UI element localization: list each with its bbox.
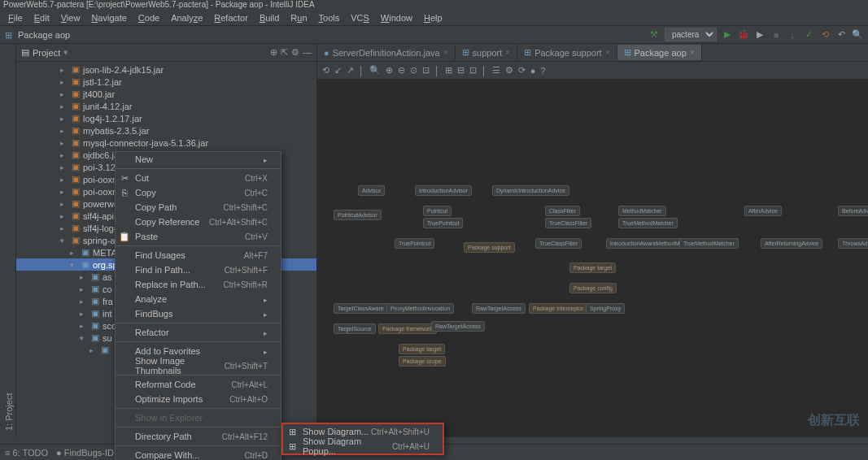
diagram-node[interactable]: TargetSource — [334, 323, 376, 334]
menu-item-copy-path[interactable]: Copy PathCtrl+Shift+C — [116, 200, 281, 215]
diagrams-submenu[interactable]: ⊞Show Diagram...Ctrl+Alt+Shift+U⊞Show Di… — [281, 423, 444, 455]
menu-item-refactor[interactable]: Refactor▸ — [116, 325, 281, 340]
diagram-node[interactable]: Package support — [464, 242, 515, 253]
toolbar-icon[interactable]: ⟳ — [518, 65, 526, 76]
toolbar-icon[interactable]: ⊟ — [457, 65, 465, 76]
diagram-node[interactable]: RawTargetAccess — [472, 303, 526, 314]
menu-build[interactable]: Build — [255, 11, 284, 24]
toolbar-icon[interactable]: ? — [540, 66, 545, 76]
menu-refactor[interactable]: Refactor — [209, 11, 253, 24]
menu-edit[interactable]: Edit — [29, 11, 55, 24]
diagram-node[interactable]: MethodMatcher — [618, 206, 666, 216]
menu-item-paste[interactable]: 📋PasteCtrl+V — [116, 229, 281, 244]
tree-item[interactable]: ▸jstl-1.2.jar — [16, 76, 316, 88]
menu-view[interactable]: View — [56, 11, 85, 24]
menu-item-new[interactable]: New▸ — [116, 152, 281, 167]
menu-navigate[interactable]: Navigate — [86, 11, 131, 24]
toolbar-icon[interactable]: ⊕ — [386, 65, 393, 76]
run-button[interactable]: ▶ — [722, 29, 733, 41]
hammer-icon[interactable]: ⚒ — [648, 29, 660, 41]
status-findbugs[interactable]: ● FindBugs-ID — [56, 448, 114, 458]
search-icon[interactable]: 🔍 — [852, 29, 863, 41]
menu-item-analyze[interactable]: Analyze▸ — [116, 292, 281, 306]
toolbar-icon[interactable]: ⊡ — [469, 65, 477, 76]
status-todo[interactable]: ≡ 6: TODO — [5, 448, 48, 458]
menu-item-reformat-code[interactable]: Reformat CodeCtrl+Alt+L — [116, 377, 281, 392]
diagram-node[interactable]: Package target — [569, 263, 616, 273]
settings-icon[interactable]: ⚙ — [291, 47, 299, 58]
toolbar-icon[interactable]: ☰ — [492, 65, 500, 76]
vcs-history-icon[interactable]: ⟲ — [819, 29, 831, 41]
toolbar-icon[interactable]: ⊡ — [422, 65, 430, 76]
diagram-node[interactable]: DynamicIntroductionAdvice — [492, 185, 569, 196]
close-icon[interactable]: × — [443, 48, 448, 57]
toolbar-icon[interactable]: 🔍 — [369, 65, 381, 76]
editor-tab[interactable]: ⊞support× — [456, 45, 518, 60]
tree-item[interactable]: ▸log4j-1.2.17.jar — [16, 112, 316, 124]
vcs-commit-icon[interactable]: ✓ — [803, 29, 814, 41]
editor-tab[interactable]: ⊞Package support× — [517, 45, 617, 60]
toolbar-icon[interactable]: ● — [530, 66, 536, 76]
close-icon[interactable]: × — [605, 48, 610, 57]
toolbar-icon[interactable]: ⊖ — [398, 65, 405, 76]
menu-vcs[interactable]: VCS — [346, 11, 374, 24]
menu-item-copy[interactable]: ⎘CopyCtrl+C — [116, 185, 281, 200]
diagram-node[interactable]: TargetClassAware — [334, 303, 388, 314]
diagram-node[interactable]: TruePointcut — [395, 238, 434, 249]
vcs-update-icon[interactable]: ↓ — [787, 29, 798, 41]
menu-tools[interactable]: Tools — [314, 11, 345, 24]
toolbar-icon[interactable]: │ — [482, 66, 487, 76]
tree-item[interactable]: ▸json-lib-2.4-jdk15.jar — [16, 63, 316, 76]
menu-item-replace-in-path-[interactable]: Replace in Path...Ctrl+Shift+R — [116, 277, 281, 292]
context-menu[interactable]: New▸✂CutCtrl+X⎘CopyCtrl+CCopy PathCtrl+S… — [115, 151, 281, 460]
menu-item-compare-with-[interactable]: Compare With...Ctrl+D — [116, 448, 281, 460]
toolbar-icon[interactable]: ↗ — [347, 65, 354, 76]
menu-item-find-in-path-[interactable]: Find in Path...Ctrl+Shift+F — [116, 263, 281, 277]
menu-help[interactable]: Help — [419, 11, 447, 24]
locate-icon[interactable]: ⊕ — [270, 47, 277, 58]
diagram-node[interactable]: BeforeAdvice — [838, 206, 868, 216]
submenu-item[interactable]: ⊞Show Diagram Popup...Ctrl+Alt+U — [283, 439, 443, 453]
menu-code[interactable]: Code — [133, 11, 164, 24]
diagram-canvas[interactable]: Advisor IntroductionAdvisor DynamicIntro… — [317, 80, 868, 437]
diagram-node[interactable]: PointcutAdvisor — [334, 210, 382, 220]
diagram-node[interactable]: TrueMethodMatcher — [618, 218, 678, 228]
menu-item-findbugs[interactable]: FindBugs▸ — [116, 306, 281, 321]
diagram-node[interactable]: TruePointcut — [423, 218, 463, 228]
diagram-node[interactable]: Package interceptor — [529, 303, 587, 314]
toolbar-icon[interactable]: ⊞ — [445, 65, 452, 76]
coverage-button[interactable]: ▶ — [754, 29, 765, 41]
diagram-node[interactable]: AfterReturningAdvice — [761, 238, 822, 249]
debug-button[interactable]: 🐞 — [738, 29, 749, 41]
toolbar-icon[interactable]: ⊙ — [410, 65, 417, 76]
diagram-node[interactable]: Pointcut — [423, 206, 451, 216]
diagram-node[interactable]: ThrowsAdvice — [838, 238, 868, 249]
menu-analyze[interactable]: Analyze — [166, 11, 207, 24]
diagram-node[interactable]: ProxyMethodInvocation — [386, 303, 454, 314]
close-icon[interactable]: × — [505, 48, 510, 57]
diagram-node[interactable]: RawTargetAccess — [431, 321, 485, 332]
diagram-node[interactable]: Package target — [399, 344, 445, 354]
diagram-node[interactable]: SpringProxy — [586, 303, 625, 314]
toolbar-icon[interactable]: ⚙ — [505, 65, 513, 76]
editor-tab[interactable]: ⊞Package aop× — [617, 45, 702, 60]
menu-item-directory-path[interactable]: Directory PathCtrl+Alt+F12 — [116, 429, 281, 444]
toolbar-icon[interactable]: ⟲ — [322, 65, 329, 76]
tree-item[interactable]: ▸mysql-connector-java-5.1.36.jar — [16, 137, 316, 149]
menu-run[interactable]: Run — [286, 11, 312, 24]
diagram-node[interactable]: Advisor — [358, 185, 385, 196]
diagram-node[interactable]: TrueMethodMatcher — [679, 238, 739, 249]
diagram-node[interactable]: TrueClassFilter — [545, 218, 591, 228]
diagram-node[interactable]: AfterAdvice — [744, 206, 782, 216]
tree-item[interactable]: ▸junit-4.12.jar — [16, 100, 316, 112]
diagram-node[interactable]: Package config — [569, 283, 617, 293]
diagram-node[interactable]: TrueClassFilter — [535, 238, 582, 249]
diagram-node[interactable]: Package framework — [378, 323, 437, 334]
menu-item-copy-reference[interactable]: Copy ReferenceCtrl+Alt+Shift+C — [116, 215, 281, 229]
diagram-node[interactable]: Package scope — [399, 356, 446, 367]
menu-item-show-image-thumbnails[interactable]: Show Image ThumbnailsCtrl+Shift+T — [116, 358, 281, 373]
collapse-icon[interactable]: ⇱ — [281, 47, 288, 58]
toolbar-icon[interactable]: │ — [359, 66, 364, 76]
run-config-select[interactable]: pactera — [665, 28, 717, 41]
stop-button[interactable]: ■ — [770, 29, 782, 41]
